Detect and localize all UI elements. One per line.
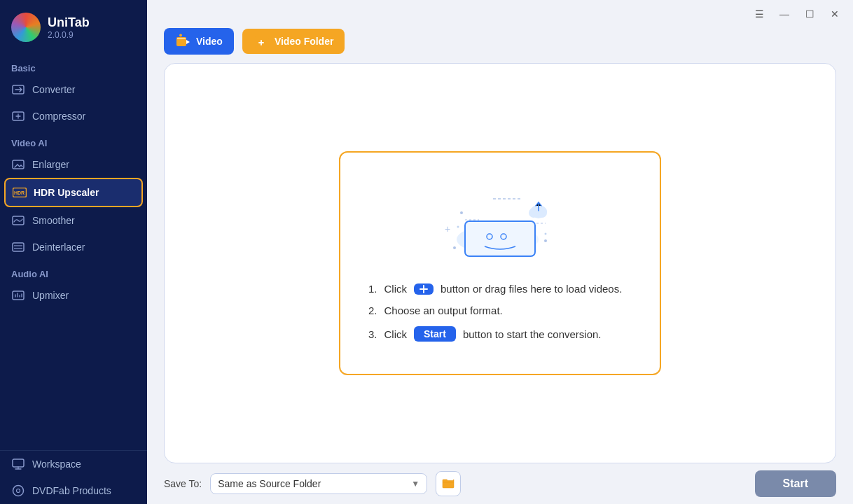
maximize-icon: ☐ [805,8,814,20]
sidebar-item-label-upmixer: Upmixer [32,290,69,301]
upmixer-icon [11,288,25,302]
maximize-button[interactable]: ☐ [800,4,819,24]
sidebar-item-smoother[interactable]: Smoother [0,207,147,234]
workspace-icon [11,457,25,471]
svg-point-34 [457,226,459,228]
svg-text:+: + [445,223,450,234]
svg-point-12 [17,489,20,493]
drop-area-outer[interactable]: + + [164,63,836,463]
svg-point-35 [545,233,547,235]
add-video-folder-button[interactable]: Video Folder [242,29,345,54]
smoother-icon [11,214,25,227]
sidebar-item-label-deinterlacer: Deinterlacer [32,241,85,253]
folder-plus-icon [254,34,269,48]
drop-illustration: + + [423,185,577,269]
svg-text:HDR: HDR [14,190,25,195]
video-folder-icon [175,34,190,49]
step-3: 3. Click Start button to start the conve… [368,326,632,342]
enlarger-icon [11,158,25,172]
converter-icon [11,83,25,97]
sidebar-item-label-dvdfab: DVDFab Products [32,485,111,496]
minimize-icon: — [779,8,789,20]
drop-area-inner[interactable]: + + [339,151,661,375]
main-content: ☰ — ☐ ✕ Video Video Folder [147,0,853,504]
menu-icon: ☰ [755,8,764,20]
svg-point-18 [460,211,463,214]
close-button[interactable]: ✕ [825,4,845,24]
sidebar-item-label-hdr-upscaler: HDR Upscaler [34,187,99,198]
start-button[interactable]: Start [755,470,836,497]
sidebar-item-converter[interactable]: Converter [0,76,147,103]
sidebar-item-label-enlarger: Enlarger [32,159,69,170]
app-logo: UniTab 2.0.0.9 [0,0,147,55]
app-version: 2.0.0.9 [48,30,90,40]
sidebar-item-label-workspace: Workspace [32,458,81,470]
dvdfab-icon [11,484,25,498]
sidebar-item-deinterlacer[interactable]: Deinterlacer [0,234,147,260]
save-to-dropdown[interactable]: Same as Source Folder ▼ [210,473,427,494]
svg-rect-10 [13,459,24,467]
svg-rect-6 [13,243,24,251]
svg-point-21 [544,239,547,242]
open-folder-button[interactable] [436,471,461,496]
section-video-ai: Video AI [0,130,147,151]
inline-start-btn: Start [414,326,456,342]
drop-area-wrapper: + + [147,63,853,463]
sidebar-item-label-converter: Converter [32,84,75,95]
drop-steps: 1. Click button or drag files here to lo… [368,283,632,342]
save-to-label: Save To: [164,478,202,489]
sidebar-item-hdr-upscaler[interactable]: HDR HDR Upscaler [4,178,143,207]
dropdown-arrow-icon: ▼ [411,479,419,489]
sidebar-item-workspace[interactable]: Workspace [0,451,147,477]
bottom-bar: Save To: Same as Source Folder ▼ Start [147,463,853,504]
sidebar-item-label-smoother: Smoother [32,215,75,226]
hdr-icon: HDR [13,186,27,200]
compressor-icon [11,109,25,123]
minimize-button[interactable]: — [775,4,794,24]
add-video-label: Video [196,36,223,47]
sidebar: UniTab 2.0.0.9 Basic Converter Compresso… [0,0,147,504]
save-to-value: Same as Source Folder [218,478,321,489]
sidebar-bottom: Workspace DVDFab Products [0,450,147,504]
svg-point-11 [13,486,24,496]
titlebar: ☰ — ☐ ✕ [147,0,853,28]
add-video-button[interactable]: Video [164,28,234,55]
step-2: 2. Choose an output format. [368,304,632,316]
toolbar: Video Video Folder [147,28,853,63]
sidebar-item-dvdfab[interactable]: DVDFab Products [0,477,147,504]
sidebar-item-enlarger[interactable]: Enlarger [0,151,147,178]
deinterlacer-icon [11,240,25,254]
sidebar-item-label-compressor: Compressor [32,111,85,122]
add-video-folder-label: Video Folder [275,36,334,47]
menu-button[interactable]: ☰ [749,4,769,24]
inline-add-btn [414,284,434,295]
svg-rect-27 [465,221,535,256]
sidebar-item-compressor[interactable]: Compressor [0,103,147,130]
svg-point-14 [179,34,182,37]
svg-point-22 [453,246,456,249]
section-basic: Basic [0,55,147,76]
step-1: 1. Click button or drag files here to lo… [368,283,632,295]
logo-icon [11,13,41,42]
section-audio-ai: Audio AI [0,260,147,282]
app-name: UniTab [48,15,90,30]
sidebar-item-upmixer[interactable]: Upmixer [0,282,147,309]
close-icon: ✕ [831,8,839,20]
open-folder-icon [442,478,455,489]
